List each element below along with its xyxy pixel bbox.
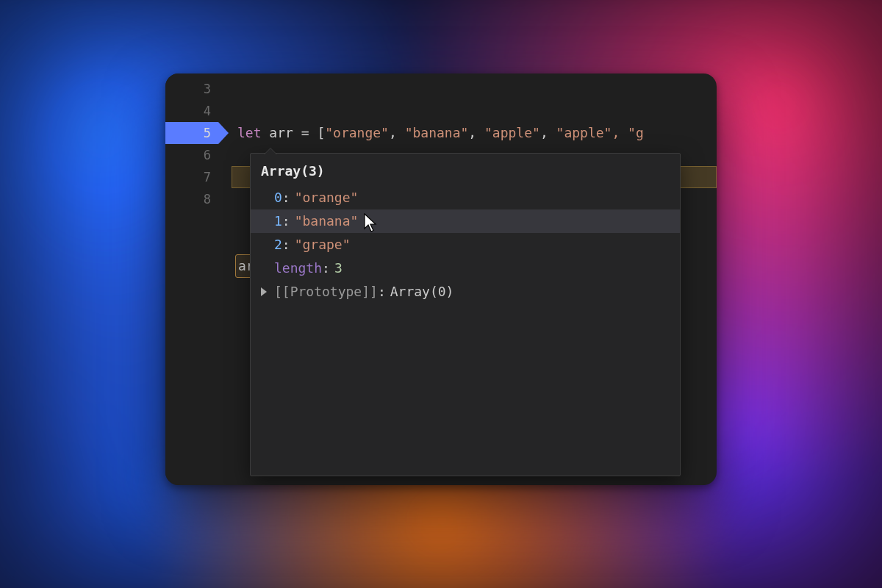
punct-token: = [ <box>293 125 325 140</box>
line-number: 5 <box>189 122 211 144</box>
popup-prototype-row[interactable]: [[Prototype]]: Array(0) <box>251 280 680 304</box>
popup-length-row[interactable]: length: 3 <box>251 257 680 280</box>
code-area[interactable]: 3 4 5 6 7 8 let arr = ["orange", "banana… <box>165 74 717 485</box>
popup-item-value: "grape" <box>295 233 351 257</box>
punct-token: , <box>540 125 556 140</box>
popup-item-key: 0 <box>274 186 282 209</box>
popup-item-value: "orange" <box>295 186 359 209</box>
string-token: , "g <box>612 125 643 140</box>
colon: : <box>282 233 290 257</box>
debug-hover-popup[interactable]: Array(3) 0: "orange" 1: "banana" 2: "gra… <box>250 153 681 476</box>
colon: : <box>378 280 386 304</box>
popup-body: 0: "orange" 1: "banana" 2: "grape" lengt… <box>251 186 680 308</box>
colon: : <box>322 257 330 280</box>
popup-item-key: 2 <box>274 233 282 257</box>
code-line[interactable]: let arr = ["orange", "banana", "apple", … <box>232 122 717 144</box>
popup-length-key: length <box>274 257 322 280</box>
popup-proto-value: Array(0) <box>390 280 454 304</box>
keyword-token: let <box>237 125 262 140</box>
colon: : <box>282 209 290 233</box>
colon: : <box>282 186 290 209</box>
popup-item-row[interactable]: 0: "orange" <box>251 186 680 209</box>
gutter-row[interactable]: 8 <box>165 188 232 210</box>
line-number: 7 <box>189 166 211 188</box>
punct-token: , <box>389 125 405 140</box>
popup-item-row[interactable]: 1: "banana" <box>251 209 680 233</box>
line-number: 8 <box>189 188 211 210</box>
gutter-row-current[interactable]: 5 <box>165 122 232 144</box>
string-token: "orange" <box>325 125 389 140</box>
popup-item-row[interactable]: 2: "grape" <box>251 233 680 257</box>
popup-item-key: 1 <box>274 209 282 233</box>
gutter[interactable]: 3 4 5 6 7 8 <box>165 74 232 485</box>
expand-triangle-icon[interactable] <box>261 287 267 296</box>
string-token: "banana" <box>405 125 469 140</box>
line-number: 4 <box>189 100 211 122</box>
string-token: "apple" <box>556 125 612 140</box>
popup-proto-key: [[Prototype]] <box>274 280 378 304</box>
popup-length-value: 3 <box>334 257 343 280</box>
editor-window: 3 4 5 6 7 8 let arr = ["orange", "banana… <box>165 74 717 485</box>
gutter-row[interactable]: 3 <box>165 78 232 100</box>
string-token: "apple" <box>484 125 540 140</box>
line-number: 6 <box>189 144 211 166</box>
popup-item-value: "banana" <box>295 209 359 233</box>
gutter-row[interactable]: 7 <box>165 166 232 188</box>
line-number: 3 <box>189 78 211 100</box>
punct-token: , <box>468 125 484 140</box>
popup-header: Array(3) <box>251 154 680 186</box>
gutter-row[interactable]: 6 <box>165 144 232 166</box>
gutter-row[interactable]: 4 <box>165 100 232 122</box>
identifier-token: arr <box>269 125 293 140</box>
